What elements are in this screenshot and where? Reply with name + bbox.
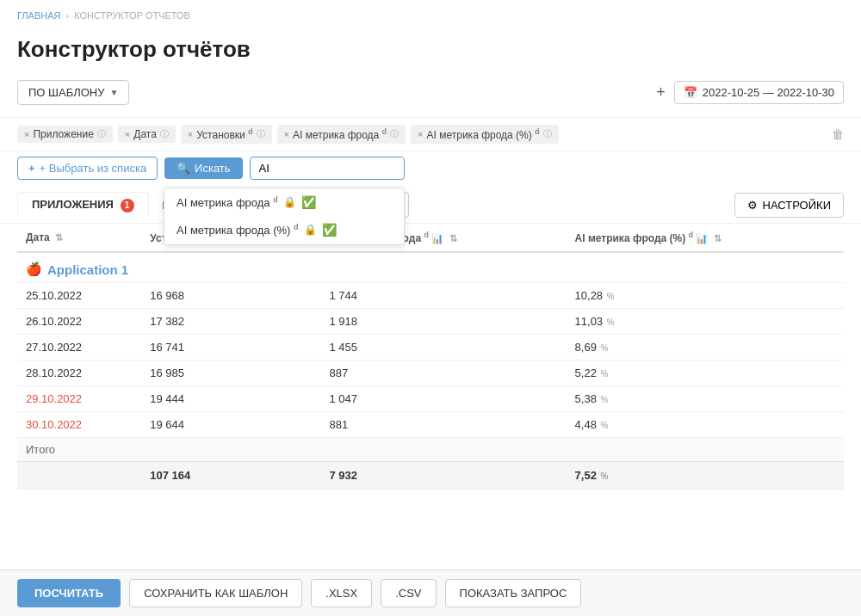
tabs-row: ПРИЛОЖЕНИЯ 1 ПАРТНЕРЫ ДРУГИЕ ФИЛЬТРЫ 2 ▼…: [0, 187, 861, 224]
lock-icon: 🔒: [304, 224, 317, 236]
search-icon: 🔍: [177, 162, 190, 175]
choose-btn-label: + Выбрать из списка: [40, 162, 147, 175]
tab-badge: 1: [121, 199, 134, 213]
filter-chip-label: AI метрика фрода d: [293, 127, 387, 141]
cell-date: 25.10.2022: [17, 283, 141, 309]
col-date[interactable]: Дата ⇅: [17, 224, 141, 252]
cell-date: 28.10.2022: [17, 360, 141, 386]
date-range[interactable]: 📅 2022-10-25 — 2022-10-30: [674, 81, 844, 104]
table-row: 30.10.2022 19 644 881 4,48 %: [17, 412, 844, 438]
percent-icon: %: [600, 421, 608, 430]
choose-from-list-button[interactable]: + + Выбрать из списка: [17, 157, 158, 180]
percent-icon: %: [600, 395, 608, 404]
filter-chip-label: Приложение: [33, 128, 93, 140]
data-table: Дата ⇅ Установки d 📊 ⇅ AI метрика фрода …: [17, 224, 844, 490]
lock-icon: 🔒: [283, 196, 296, 208]
csv-button[interactable]: .CSV: [381, 579, 436, 607]
sort-icon: ⇅: [55, 232, 63, 243]
cell-ai-fraud-pct: 8,69 %: [567, 335, 844, 360]
table-row: 29.10.2022 19 444 1 047 5,38 %: [17, 386, 844, 412]
xlsx-button[interactable]: .XLSX: [311, 579, 372, 607]
col-label: AI метрика фрода (%) d: [575, 232, 693, 244]
apple-icon: 🍎: [26, 262, 42, 277]
add-button[interactable]: +: [656, 83, 666, 102]
table-header-row: Дата ⇅ Установки d 📊 ⇅ AI метрика фрода …: [17, 224, 844, 252]
remove-icon[interactable]: ×: [284, 129, 289, 139]
check-icon: ✅: [301, 195, 316, 209]
info-icon: ⓘ: [257, 128, 265, 140]
cell-ai-fraud: 887: [320, 360, 566, 386]
breadcrumb: ГЛАВНАЯ › КОНСТРУКТОР ОТЧЕТОВ: [0, 0, 861, 28]
filter-chip-date[interactable]: × Дата ⓘ: [118, 126, 176, 143]
table-row: 25.10.2022 16 968 1 744 10,28 %: [17, 283, 844, 309]
filter-chip-installs[interactable]: × Установки d ⓘ: [181, 125, 272, 144]
cell-ai-fraud: 1 047: [320, 386, 566, 412]
filter-chip-label: AI метрика фрода (%) d: [427, 127, 540, 141]
cell-installs: 17 382: [141, 309, 320, 335]
tab-label: ПРИЛОЖЕНИЯ: [32, 198, 114, 211]
percent-icon: %: [607, 292, 615, 301]
tab-applications[interactable]: ПРИЛОЖЕНИЯ 1: [17, 192, 149, 218]
breadcrumb-home[interactable]: ГЛАВНАЯ: [17, 10, 60, 21]
percent-icon: %: [601, 471, 609, 481]
settings-label: НАСТРОЙКИ: [763, 199, 831, 212]
trash-icon[interactable]: 🗑: [832, 127, 844, 141]
bar-chart-icon: 📊: [696, 233, 708, 243]
cell-date-weekend: 30.10.2022: [17, 412, 141, 438]
table-row: 28.10.2022 16 985 887 5,22 %: [17, 360, 844, 386]
info-icon: ⓘ: [543, 128, 552, 140]
percent-icon: %: [607, 317, 615, 327]
chevron-down-icon: ▼: [109, 88, 118, 97]
cell-ai-fraud-pct: 4,48 %: [567, 412, 844, 438]
gear-icon: ⚙: [747, 199, 758, 212]
dropdown-item-ai-fraud[interactable]: AI метрика фрода d 🔒 ✅: [164, 188, 404, 216]
template-button[interactable]: ПО ШАБЛОНУ ▼: [17, 80, 129, 105]
calculate-button[interactable]: ПОСЧИТАТЬ: [17, 579, 121, 607]
filters-row: × Приложение ⓘ × Дата ⓘ × Установки d ⓘ …: [0, 117, 861, 151]
remove-icon[interactable]: ×: [125, 129, 130, 139]
search-dropdown: AI метрика фрода d 🔒 ✅ AI метрика фрода …: [164, 188, 405, 245]
remove-icon[interactable]: ×: [418, 129, 423, 139]
info-icon: ⓘ: [97, 128, 106, 140]
search-button[interactable]: 🔍 Искать: [164, 157, 243, 179]
filter-chip-ai-fraud[interactable]: × AI метрика фрода d ⓘ: [277, 125, 406, 144]
settings-button[interactable]: ⚙ НАСТРОЙКИ: [734, 193, 844, 218]
show-query-button[interactable]: ПОКАЗАТЬ ЗАПРОС: [445, 579, 582, 607]
check-icon: ✅: [322, 223, 337, 237]
total-label-row: Итого: [17, 438, 844, 462]
remove-icon[interactable]: ×: [188, 129, 193, 139]
table-container: Дата ⇅ Установки d 📊 ⇅ AI метрика фрода …: [0, 224, 861, 490]
cell-date-weekend: 29.10.2022: [17, 386, 141, 412]
cell-ai-fraud-pct: 5,22 %: [567, 360, 844, 386]
breadcrumb-separator: ›: [65, 10, 69, 21]
info-icon: ⓘ: [390, 128, 399, 140]
totals-ai-fraud: 7 932: [320, 462, 566, 490]
toolbar-right: + 📅 2022-10-25 — 2022-10-30: [656, 81, 844, 104]
save-template-button[interactable]: СОХРАНИТЬ КАК ШАБЛОН: [129, 579, 302, 607]
cell-date: 26.10.2022: [17, 309, 141, 335]
toolbar: ПО ШАБЛОНУ ▼ + 📅 2022-10-25 — 2022-10-30: [0, 80, 861, 117]
search-input[interactable]: [250, 157, 405, 180]
app-name-label: Application 1: [47, 262, 128, 277]
app-header-row: 🍎 Application 1: [17, 252, 844, 283]
template-btn-label: ПО ШАБЛОНУ: [28, 86, 104, 99]
cell-ai-fraud: 881: [320, 412, 566, 438]
date-range-value: 2022-10-25 — 2022-10-30: [703, 86, 834, 99]
cell-installs: 16 968: [141, 283, 320, 309]
remove-icon[interactable]: ×: [24, 129, 29, 139]
cell-installs: 16 985: [141, 360, 320, 386]
cell-installs: 16 741: [141, 335, 320, 360]
total-label: Итого: [17, 438, 844, 462]
app-name[interactable]: 🍎 Application 1: [26, 262, 835, 277]
table-row: 27.10.2022 16 741 1 455 8,69 %: [17, 335, 844, 360]
col-label: Дата: [26, 231, 50, 243]
filter-chip-application[interactable]: × Приложение ⓘ: [17, 126, 113, 143]
filter-chip-ai-fraud-pct[interactable]: × AI метрика фрода (%) d ⓘ: [411, 125, 559, 144]
cell-ai-fraud: 1 918: [320, 309, 566, 335]
col-ai-fraud-pct[interactable]: AI метрика фрода (%) d 📊 ⇅: [567, 224, 844, 252]
cell-installs: 19 444: [141, 386, 320, 412]
table-row: 26.10.2022 17 382 1 918 11,03 %: [17, 309, 844, 335]
cell-ai-fraud: 1 455: [320, 335, 566, 360]
dropdown-item-ai-fraud-pct[interactable]: AI метрика фрода (%) d 🔒 ✅: [164, 216, 404, 243]
sort-icon: ⇅: [449, 233, 457, 243]
